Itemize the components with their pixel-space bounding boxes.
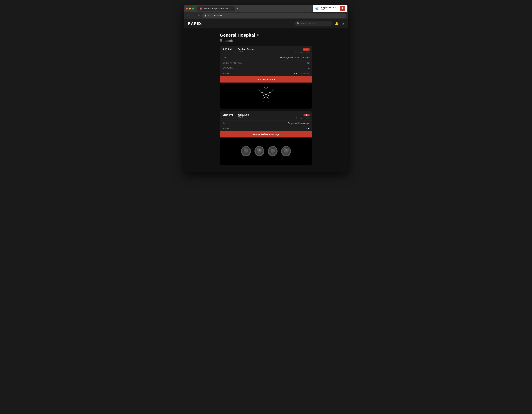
notification-subtitle: 70Y, F [321,9,338,11]
traffic-lights [186,8,194,9]
svg-point-25 [266,94,266,95]
case-details: LKW 8:03 AM, 08/09/2019, Late >4hrs NIHS… [220,55,312,76]
case-badge-area: LVO General Hospital [295,48,310,54]
address-bar[interactable]: 🔒 app.rapidai.com [202,13,346,18]
detail-label: LKW [222,56,227,59]
results-tags: LVO ASPECTS [294,73,310,75]
tab-close-button[interactable]: ✕ [230,7,232,10]
notification-app-icon: R [340,6,345,11]
search-bar[interactable]: 🔍 [294,21,332,26]
case-header: 9:15 AM Debbie, Demo 70Y, F LVO General … [220,46,312,55]
case-card-2[interactable]: 11:55 PM Jane, Doe 79Y, F ICH General Ho… [220,111,312,165]
notification-text: Suspected LVO 70Y, F [321,6,338,11]
nav-icons: 🔔 ⚙ [335,22,344,26]
svg-point-47 [273,149,275,152]
settings-icon[interactable]: ⚙ [342,22,344,26]
case-hospital: General Hospital [295,52,310,54]
new-tab-button[interactable]: + [235,7,239,10]
recents-header: Recents 4 [220,38,312,43]
main-content: General Hospital ⇅ Recents 4 9:15 AM Deb… [213,28,319,172]
detail-value: 12 [307,62,310,64]
patient-name-2: Jane, Doe [238,113,295,116]
ct-scan-1 [240,145,252,157]
back-button[interactable]: ← [186,14,190,18]
ct-scan-container [220,138,312,165]
scan-banner-2: Suspected Hemorrhage [220,131,312,138]
top-nav: RAPID. 🔍 🔔 ⚙ [184,19,348,28]
detail-row-nihss: NIHSS at Arrival 12 [222,60,310,66]
active-tab[interactable]: G General Hospital – RapidAI ✕ [198,6,235,11]
browser-toolbar: ← → ↻ 🔒 app.rapidai.com [184,12,348,19]
detail-value-ich: Suspected Hemorrhage [288,122,310,124]
case-time: 9:15 AM [222,48,236,51]
case-badge-area-2: ICH General Hospital [295,113,310,119]
detail-label: NIHSS at Arrival [222,62,242,64]
chrome-icon [315,7,319,11]
maximize-window-button[interactable] [192,8,194,9]
search-input[interactable] [301,22,328,25]
detail-label-ich: ICH [222,122,226,124]
case-patient-2: Jane, Doe 79Y, F [238,113,295,119]
tab-favicon: G [200,7,202,10]
detail-value: 8 [308,67,310,70]
scan-image-container [220,83,312,109]
app-content: RAPID. 🔍 🔔 ⚙ General Hospital ⇅ Recents … [184,19,348,172]
hospital-name: General Hospital [220,33,255,38]
case-badge: LVO [303,48,310,51]
notification-title: Suspected LVO [321,6,338,9]
hospital-header: General Hospital ⇅ [220,33,312,38]
detail-label: ASPECTS [222,67,233,70]
detail-row-lkw: LKW 8:03 AM, 08/09/2019, Late >4hrs [222,55,310,60]
brain-angio-scan [256,85,276,106]
recents-count: 4 [311,39,312,43]
browser-titlebar: G General Hospital – RapidAI ✕ + Suspect… [184,5,348,12]
ct-scan-4 [280,145,292,157]
patient-info-2: 79Y, F [238,116,295,119]
tab-title: General Hospital – RapidAI [204,7,228,10]
detail-value: 8:03 AM, 08/09/2019, Late >4hrs [280,56,310,59]
case-time-2: 11:55 PM [222,113,236,116]
results-row-2: Results: ICH [222,126,310,131]
forward-button[interactable]: → [191,14,195,18]
detail-row-aspects: ASPECTS 8 [222,66,310,71]
app-logo: RAPID. [188,21,203,26]
ct-scan-2 [253,145,265,157]
browser-window: G General Hospital – RapidAI ✕ + Suspect… [184,5,348,172]
results-label-2: Results: [222,127,230,130]
url-text: app.rapidai.com [208,14,222,17]
notifications-icon[interactable]: 🔔 [335,22,339,26]
result-tag-ich: ICH [306,127,310,130]
recents-title: Recents [220,38,235,43]
tab-bar: G General Hospital – RapidAI ✕ + [198,6,239,11]
case-card[interactable]: 9:15 AM Debbie, Demo 70Y, F LVO General … [220,46,312,109]
result-tag-aspects: ASPECTS [300,73,310,75]
search-icon: 🔍 [297,22,300,25]
case-details-2: ICH Suspected Hemorrhage Results: ICH [220,120,312,131]
case-badge-2: ICH [304,114,310,116]
detail-row-ich: ICH Suspected Hemorrhage [222,121,310,126]
minimize-window-button[interactable] [189,8,191,9]
lock-icon: 🔒 [204,14,207,17]
results-row: Results: LVO ASPECTS [222,71,310,76]
notification-popup[interactable]: Suspected LVO 70Y, F R [313,5,347,12]
hospital-toggle-icon[interactable]: ⇅ [256,33,259,37]
ct-scan-3 [267,145,279,157]
patient-name: Debbie, Demo [238,48,295,51]
case-header-2: 11:55 PM Jane, Doe 79Y, F ICH General Ho… [220,111,312,120]
reload-button[interactable]: ↻ [197,14,201,18]
case-hospital-2: General Hospital [295,117,310,119]
result-tag-lvo: LVO [294,73,299,75]
patient-info: 70Y, F [238,51,295,53]
results-tags-2: ICH [306,127,310,130]
case-patient: Debbie, Demo 70Y, F [238,48,295,53]
results-label: Results: [222,73,230,75]
scan-banner: Suspected LVO [220,76,312,83]
close-window-button[interactable] [186,8,188,9]
